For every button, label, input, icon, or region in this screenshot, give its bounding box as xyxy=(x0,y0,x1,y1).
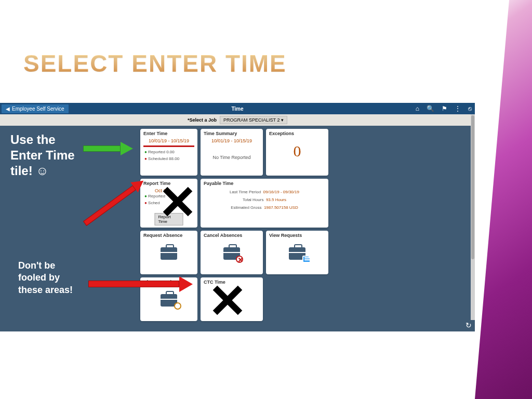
briefcase-cancel-icon xyxy=(223,247,240,260)
tile-title: Request Absence xyxy=(140,231,197,240)
job-label: *Select a Job xyxy=(188,117,217,123)
scrollbar[interactable] xyxy=(471,114,475,320)
tile-payable-time[interactable]: Payable Time Last Time Period 09/16/19 -… xyxy=(201,179,328,228)
clock-badge-icon xyxy=(174,302,181,310)
refresh-icon[interactable]: ↻ xyxy=(466,321,472,329)
back-label: Employee Self Service xyxy=(12,106,64,112)
slide-decoration xyxy=(475,0,532,399)
menu-icon[interactable]: ⋮ xyxy=(455,105,461,112)
tile-request-absence[interactable]: Request Absence xyxy=(140,231,197,274)
est-gross: Estimated Gross 1987.507158 USD xyxy=(201,204,328,211)
flag-icon[interactable]: ⚑ xyxy=(442,105,447,112)
signout-icon[interactable]: ⎋ xyxy=(468,105,472,112)
tile-title: Time Summary xyxy=(201,129,263,138)
tile-view-requests[interactable]: View Requests xyxy=(266,231,328,274)
tile-title: Exceptions xyxy=(266,129,328,138)
briefcase-list-icon xyxy=(289,247,305,260)
annotation-enter-time: Use the Enter Time tile! ☺ xyxy=(10,132,83,179)
annotation-dont-be-fooled: Don't be fooled by these areas! xyxy=(18,260,86,296)
reported-value: Reported 0.00 xyxy=(140,149,197,156)
tile-date: 10/01/19 - 10/15/19 xyxy=(140,138,197,143)
app-screenshot: ◀ Employee Self Service Time ⌂ 🔍 ⚑ ⋮ ⎋ *… xyxy=(0,103,475,331)
home-icon[interactable]: ⌂ xyxy=(416,105,419,112)
tile-title: Cancel Absences xyxy=(201,231,263,240)
slide-title: SELECT ENTER TIME xyxy=(23,49,287,77)
no-time-msg: No Time Reported xyxy=(201,155,263,160)
tile-enter-time[interactable]: Enter Time 10/01/19 - 10/15/19 Reported … xyxy=(140,129,197,176)
job-selector-row: *Select a Job PROGRAM SPECIALIST 2 ▾ xyxy=(0,114,475,126)
list-badge-icon xyxy=(302,256,310,263)
x-overlay-icon xyxy=(161,186,192,217)
progress-bar xyxy=(143,145,194,147)
tile-time-summary[interactable]: Time Summary 10/01/19 - 10/15/19 No Time… xyxy=(201,129,263,176)
briefcase-icon xyxy=(161,247,177,260)
last-period: Last Time Period 09/16/19 - 09/30/19 xyxy=(201,188,328,196)
scrollbar-thumb[interactable] xyxy=(471,115,474,259)
topbar-actions: ⌂ 🔍 ⚑ ⋮ ⎋ xyxy=(416,105,472,112)
tile-title: Enter Time xyxy=(140,129,197,138)
tile-title: View Requests xyxy=(266,231,328,240)
x-badge-icon xyxy=(236,256,243,263)
x-overlay-icon xyxy=(211,285,242,316)
exceptions-count: 0 xyxy=(266,138,328,160)
search-icon[interactable]: 🔍 xyxy=(427,105,434,112)
briefcase-clock-icon xyxy=(161,294,177,307)
chevron-left-icon: ◀ xyxy=(6,106,10,112)
app-topbar: ◀ Employee Self Service Time ⌂ 🔍 ⚑ ⋮ ⎋ xyxy=(0,103,475,114)
scheduled-value: Scheduled 88.00 xyxy=(140,156,197,163)
total-hours: Total Hours 93.5 Hours xyxy=(201,196,328,204)
tile-exceptions[interactable]: Exceptions 0 xyxy=(266,129,328,176)
tile-date: 10/01/19 - 10/15/19 xyxy=(201,138,263,143)
job-select[interactable]: PROGRAM SPECIALIST 2 ▾ xyxy=(220,116,287,124)
tile-cancel-absences[interactable]: Cancel Absences xyxy=(201,231,263,274)
page-title: Time xyxy=(231,106,243,112)
back-button[interactable]: ◀ Employee Self Service xyxy=(1,104,69,114)
tile-title: Payable Time xyxy=(201,179,328,188)
